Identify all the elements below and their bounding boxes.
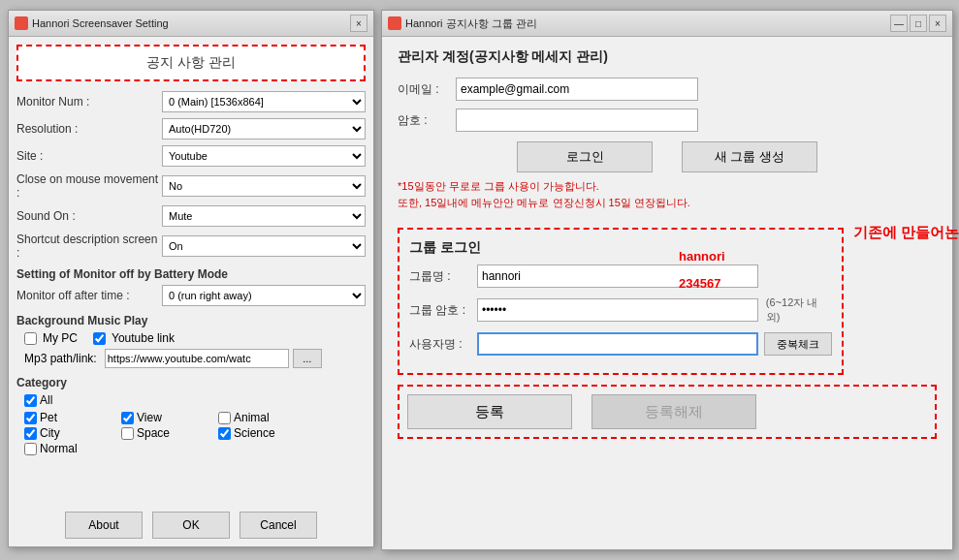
monitor-num-row: Monitor Num : 0 (Main) [1536x864]	[16, 91, 366, 112]
group-login-row: 그룹 로그인 그룹명 : 그룹 암호 : (6~12자 내외) 사용자명 :	[398, 218, 937, 375]
site-row: Site : Youtube	[16, 145, 366, 167]
category-science: Science	[218, 426, 305, 440]
notice-mgmt-button[interactable]: 공지 사항 관리	[16, 45, 366, 81]
sound-on-row: Sound On : Mute	[16, 205, 366, 227]
mp3-label: Mp3 path/link:	[24, 352, 97, 365]
new-group-button[interactable]: 새 그룹 생성	[682, 141, 817, 172]
monitor-off-label: Monitor off after time :	[16, 289, 162, 302]
all-checkbox[interactable]	[24, 394, 37, 407]
pw-note: (6~12자 내외)	[766, 296, 832, 325]
group-name-input[interactable]	[477, 264, 758, 288]
view-checkbox[interactable]	[121, 412, 134, 424]
password-input[interactable]	[456, 109, 698, 132]
battery-section-title: Setting of Monitor off by Battery Mode	[16, 267, 366, 281]
left-bottom-buttons: About OK Cancel	[16, 512, 366, 539]
password-row: 암호 :	[398, 109, 937, 132]
cancel-button[interactable]: Cancel	[240, 512, 317, 539]
right-title-buttons: — □ ×	[890, 15, 946, 32]
category-section-title: Category	[16, 376, 366, 389]
group-bottom-buttons: 등록 등록해제	[398, 385, 937, 439]
left-title-bar: Hannori Screensaver Setting ×	[9, 11, 373, 37]
group-login-container: 그룹 로그인 그룹명 : 그룹 암호 : (6~12자 내외) 사용자명 :	[398, 218, 937, 439]
site-label: Site :	[16, 149, 162, 163]
city-label: City	[40, 426, 60, 440]
animal-label: Animal	[234, 411, 270, 424]
mp3-input[interactable]	[105, 349, 289, 368]
close-mouse-row: Close on mouse movement : No	[16, 172, 366, 200]
left-window: Hannori Screensaver Setting × 공지 사항 관리 M…	[8, 10, 374, 547]
right-maximize-btn[interactable]: □	[910, 15, 927, 32]
science-checkbox[interactable]	[218, 427, 231, 440]
monitor-num-select[interactable]: 0 (Main) [1536x864]	[162, 91, 366, 112]
register-button[interactable]: 등록	[407, 394, 572, 429]
city-checkbox[interactable]	[24, 427, 37, 440]
left-content: 공지 사항 관리 Monitor Num : 0 (Main) [1536x86…	[9, 37, 373, 463]
email-row: 이메일 :	[398, 78, 937, 101]
monitor-off-select[interactable]: 0 (run right away)	[162, 285, 366, 306]
category-all-row: All	[24, 393, 366, 407]
category-space: Space	[121, 426, 208, 440]
browse-button[interactable]: ...	[293, 349, 322, 368]
ok-button[interactable]: OK	[152, 512, 230, 539]
youtube-link-label: Youtube link	[112, 331, 175, 345]
sound-on-select[interactable]: Mute	[162, 205, 366, 227]
resolution-label: Resolution :	[16, 122, 162, 136]
category-group: Pet View Animal City Space Science	[24, 411, 366, 455]
shortcut-label: Shortcut description screen :	[16, 233, 162, 260]
left-window-title: Hannori Screensaver Setting	[32, 17, 169, 29]
notice-text-1: *15일동안 무로로 그릅 사용이 가능합니다. 또한, 15일내에 메뉴안안 …	[398, 178, 937, 210]
right-close-btn[interactable]: ×	[929, 15, 946, 32]
right-window: Hannori 공지사항 그룹 관리 — □ × 관리자 계정(공지사항 메세지…	[381, 10, 953, 550]
right-content: 관리자 계정(공지사항 메세지 관리) 이메일 : 암호 : 로그인 새 그룹 …	[382, 37, 952, 451]
group-pw-input[interactable]	[477, 298, 758, 322]
right-minimize-btn[interactable]: —	[890, 15, 908, 32]
username-row: 사용자명 : 중복체크	[409, 332, 832, 356]
about-button[interactable]: About	[65, 512, 143, 539]
category-pet: Pet	[24, 411, 112, 424]
mypc-checkbox[interactable]	[24, 332, 37, 345]
bg-music-checkboxes: My PC Youtube link	[24, 331, 366, 345]
site-select[interactable]: Youtube	[162, 145, 366, 167]
all-label: All	[40, 393, 52, 407]
hint-text: 기존에 만들어논 테스트 그룹	[853, 224, 959, 242]
left-title-left: Hannori Screensaver Setting	[15, 16, 169, 30]
app-icon	[15, 16, 28, 30]
login-button[interactable]: 로그인	[517, 141, 653, 172]
group-name-label: 그룹명 :	[409, 268, 477, 285]
resolution-row: Resolution : Auto(HD720)	[16, 118, 366, 140]
group-section-header: 그룹 로그인	[409, 239, 832, 257]
check-dup-button[interactable]: 중복체크	[764, 332, 832, 356]
right-title-bar: Hannori 공지사항 그룹 관리 — □ ×	[382, 11, 952, 37]
category-city: City	[24, 426, 112, 440]
view-label: View	[137, 411, 162, 424]
left-title-buttons: ×	[350, 15, 368, 32]
bg-music-title: Background Music Play	[16, 314, 366, 327]
normal-checkbox[interactable]	[24, 443, 37, 455]
group-pw-row: 그룹 암호 : (6~12자 내외)	[409, 296, 832, 325]
sound-on-label: Sound On :	[16, 209, 162, 223]
unregister-button[interactable]: 등록해제	[591, 394, 756, 429]
space-label: Space	[137, 426, 170, 440]
email-input[interactable]	[456, 78, 698, 101]
left-close-btn[interactable]: ×	[350, 15, 368, 32]
shortcut-select[interactable]: On	[162, 235, 366, 257]
pet-label: Pet	[40, 411, 57, 424]
category-animal: Animal	[218, 411, 305, 424]
animal-checkbox[interactable]	[218, 412, 231, 424]
group-pw-label: 그룹 암호 :	[409, 302, 477, 319]
group-name-row: 그룹명 :	[409, 264, 832, 288]
resolution-select[interactable]: Auto(HD720)	[162, 118, 366, 140]
pet-checkbox[interactable]	[24, 412, 37, 424]
close-mouse-select[interactable]: No	[162, 175, 366, 197]
close-mouse-label: Close on mouse movement :	[16, 172, 162, 200]
username-input[interactable]	[477, 332, 758, 356]
monitor-num-label: Monitor Num :	[16, 95, 162, 109]
username-label: 사용자명 :	[409, 336, 477, 353]
space-checkbox[interactable]	[121, 427, 134, 440]
shortcut-row: Shortcut description screen : On	[16, 233, 366, 260]
mypc-label: My PC	[43, 331, 78, 345]
monitor-off-row: Monitor off after time : 0 (run right aw…	[16, 285, 366, 306]
youtube-link-checkbox[interactable]	[93, 332, 106, 345]
right-window-title: Hannori 공지사항 그룹 관리	[405, 16, 537, 31]
category-normal: Normal	[24, 442, 112, 455]
